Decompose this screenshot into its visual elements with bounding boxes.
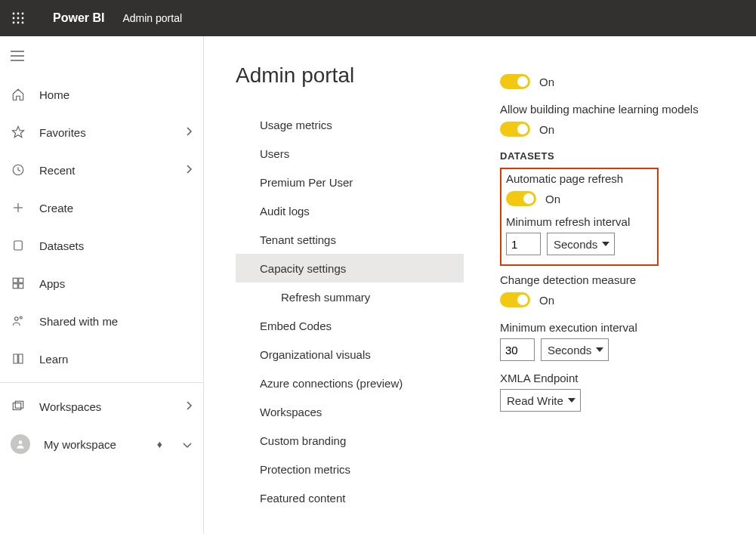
svg-point-1 [17, 13, 20, 15]
svg-point-4 [17, 17, 20, 20]
sidebar-item-learn[interactable]: Learn [0, 340, 203, 378]
admin-nav-audit-logs[interactable]: Audit logs [236, 196, 464, 225]
svg-point-21 [15, 317, 19, 321]
svg-point-0 [13, 13, 15, 15]
svg-point-25 [19, 440, 23, 444]
star-icon [11, 125, 26, 140]
sidebar-item-label: Learn [39, 353, 193, 366]
clock-icon [11, 162, 26, 177]
section-heading-datasets: DATASETS [500, 150, 747, 162]
admin-nav-usage-metrics[interactable]: Usage metrics [236, 110, 464, 139]
chevron-right-icon [185, 126, 193, 139]
admin-nav-users[interactable]: Users [236, 139, 464, 168]
min-exec-unit-select[interactable]: Seconds [541, 338, 609, 361]
svg-rect-19 [13, 284, 17, 289]
chevron-down-icon [182, 438, 193, 451]
admin-nav-tenant-settings[interactable]: Tenant settings [236, 225, 464, 254]
app-name[interactable]: Power BI [53, 11, 104, 25]
sidebar-item-home[interactable]: Home [0, 76, 203, 113]
chevron-right-icon [185, 164, 193, 177]
plus-icon [11, 200, 26, 215]
svg-point-5 [22, 17, 24, 20]
toggle-auto-refresh[interactable] [506, 191, 536, 206]
settings-panel: On Allow building machine learning model… [500, 63, 756, 534]
svg-point-2 [22, 13, 24, 15]
admin-nav-premium-per-user[interactable]: Premium Per User [236, 168, 464, 196]
svg-rect-24 [15, 401, 23, 408]
admin-nav-azure-connections[interactable]: Azure connections (preview) [236, 369, 464, 397]
setting-change-detection-label: Change detection measure [500, 273, 747, 286]
setting-min-exec-label: Minimum execution interval [500, 321, 747, 334]
sidebar-item-create[interactable]: Create [0, 189, 203, 227]
shared-icon [11, 313, 26, 329]
admin-nav-featured-content[interactable]: Featured content [236, 483, 464, 512]
toggle-label: On [539, 123, 554, 136]
svg-rect-18 [19, 278, 23, 282]
sidebar-item-label: Recent [39, 164, 171, 177]
nav-separator [0, 382, 203, 383]
sidebar-item-label: My workspace [44, 438, 143, 451]
nav-collapse-button[interactable] [0, 41, 203, 71]
svg-point-6 [13, 22, 15, 24]
highlight-box-auto-refresh: Automatic page refresh On Minimum refres… [500, 168, 659, 266]
sidebar-item-label: Create [39, 202, 193, 215]
admin-nav-workspaces[interactable]: Workspaces [236, 397, 464, 426]
toggle-label: On [539, 294, 554, 307]
min-refresh-interval-input[interactable] [506, 233, 541, 255]
sidebar-item-label: Datasets [39, 239, 193, 252]
workspaces-icon [11, 399, 26, 414]
sidebar-item-datasets[interactable]: Datasets [0, 227, 203, 264]
xmla-endpoint-select[interactable]: Read Write [500, 389, 581, 412]
svg-point-8 [22, 22, 24, 24]
chevron-right-icon [185, 400, 193, 413]
avatar-icon [11, 434, 30, 454]
top-header: Power BI Admin portal [0, 0, 756, 36]
svg-point-22 [20, 316, 22, 319]
sidebar-item-apps[interactable]: Apps [0, 264, 203, 302]
sidebar-item-favorites[interactable]: Favorites [0, 113, 203, 151]
app-launcher-icon[interactable] [6, 6, 30, 30]
sidebar-item-label: Favorites [39, 126, 171, 139]
sidebar-item-shared[interactable]: Shared with me [0, 302, 203, 340]
admin-nav-custom-branding[interactable]: Custom branding [236, 426, 464, 455]
setting-allow-ml-label: Allow building machine learning models [500, 103, 747, 116]
navigation-sidebar: Home Favorites Recent Create Datasets [0, 36, 204, 534]
apps-icon [11, 276, 26, 291]
toggle-generic-on[interactable] [500, 74, 530, 89]
sidebar-item-label: Shared with me [39, 315, 193, 328]
sidebar-item-label: Home [39, 88, 193, 101]
admin-nav-organizational-visuals[interactable]: Organizational visuals [236, 340, 464, 369]
sidebar-item-workspaces[interactable]: Workspaces [0, 387, 203, 425]
admin-nav-embed-codes[interactable]: Embed Codes [236, 311, 464, 340]
sidebar-item-recent[interactable]: Recent [0, 151, 203, 189]
main-content: Admin portal Usage metrics Users Premium… [204, 36, 756, 534]
min-exec-interval-input[interactable] [500, 338, 535, 361]
svg-rect-17 [13, 278, 17, 282]
sidebar-item-my-workspace[interactable]: My workspace ♦ [0, 425, 203, 463]
admin-nav-protection-metrics[interactable]: Protection metrics [236, 455, 464, 483]
setting-min-refresh-label: Minimum refresh interval [506, 215, 653, 228]
svg-rect-16 [14, 241, 23, 250]
page-name-header: Admin portal [122, 12, 182, 24]
sidebar-item-label: Workspaces [39, 400, 171, 413]
toggle-label: On [545, 193, 560, 205]
page-title: Admin portal [236, 63, 464, 88]
min-refresh-unit-select[interactable]: Seconds [547, 233, 615, 255]
svg-rect-23 [13, 403, 21, 410]
setting-auto-refresh-label: Automatic page refresh [506, 172, 653, 185]
admin-nav-column: Admin portal Usage metrics Users Premium… [236, 63, 464, 534]
admin-nav-capacity-settings[interactable]: Capacity settings [236, 254, 464, 282]
toggle-allow-ml[interactable] [500, 122, 530, 137]
svg-rect-20 [19, 284, 23, 289]
toggle-label: On [539, 76, 554, 88]
sidebar-item-label: Apps [39, 277, 193, 290]
svg-point-3 [13, 17, 15, 20]
premium-diamond-icon: ♦ [157, 438, 162, 450]
home-icon [11, 87, 26, 102]
svg-marker-12 [13, 127, 24, 137]
toggle-change-detection[interactable] [500, 292, 530, 307]
setting-xmla-label: XMLA Endpoint [500, 372, 747, 384]
admin-nav-refresh-summary[interactable]: Refresh summary [236, 282, 464, 311]
database-icon [11, 238, 26, 253]
svg-point-7 [17, 22, 20, 24]
